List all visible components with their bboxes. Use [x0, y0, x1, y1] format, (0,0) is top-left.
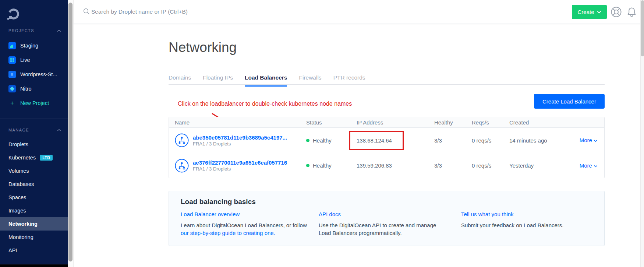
column-header-status: Status — [306, 119, 357, 126]
basics-text: Use the DigitalOcean API to create and m… — [319, 221, 446, 237]
reqs-value: 0 reqs/s — [472, 162, 509, 169]
sidebar-item-monitoring[interactable]: Monitoring — [0, 231, 68, 244]
load-balancer-region: FRA1 / 3 Droplets — [193, 166, 287, 172]
load-balancer-name-link[interactable]: abe350e05781d11e9b3689a5c4197... — [193, 134, 287, 141]
step-by-step-guide-link[interactable]: our step-by-step guide to creating one. — [181, 230, 275, 236]
tab-firewalls[interactable]: Firewalls — [299, 74, 321, 87]
sidebar-item-label: Volumes — [8, 168, 29, 174]
sidebar-item-databases[interactable]: Databases — [0, 178, 68, 191]
ip-address-value: 139.59.206.83 — [357, 162, 434, 169]
sidebar-item-label: Spaces — [8, 194, 26, 200]
sidebar-item-wordpress[interactable]: Wordpress-St... — [0, 67, 68, 81]
chevron-down-icon — [594, 165, 598, 168]
search-input[interactable] — [91, 5, 349, 18]
notifications-bell-icon[interactable] — [626, 6, 638, 18]
new-project-label: New Project — [20, 100, 49, 106]
projects-header-label: PROJECTS — [8, 28, 34, 33]
sidebar-scrollbar-thumb[interactable] — [68, 3, 72, 261]
tab-load-balancers[interactable]: Load Balancers — [245, 74, 287, 87]
manage-list: Droplets Kubernetes LTD Volumes Database… — [0, 138, 68, 257]
sidebar-item-api[interactable]: API — [0, 244, 68, 257]
sidebar-item-staging[interactable]: Staging — [0, 38, 68, 53]
status-value: Healthy — [313, 137, 332, 144]
manage-header-label: MANAGE — [8, 128, 29, 132]
main-area: Create Networking Domains Floating IPs L… — [74, 0, 640, 267]
tab-ptr-records[interactable]: PTR records — [333, 74, 365, 87]
load-balancer-icon — [175, 133, 189, 147]
sidebar-item-droplets[interactable]: Droplets — [0, 138, 68, 151]
chevron-down-icon — [594, 140, 598, 142]
healthy-count-value: 3/3 — [434, 162, 472, 169]
column-header-name: Name — [169, 119, 306, 126]
column-header-healthy: Healthy — [434, 119, 472, 126]
sidebar-item-nitro[interactable]: Nitro — [0, 81, 68, 96]
sidebar-scrollbar[interactable] — [68, 0, 74, 267]
sidebar-item-label: Staging — [20, 43, 38, 49]
sidebar-item-kubernetes[interactable]: Kubernetes LTD — [0, 151, 68, 164]
load-balancer-icon — [175, 159, 189, 173]
topbar: Create — [74, 0, 640, 24]
sidebar-item-networking[interactable]: Networking — [0, 217, 68, 231]
sidebar-item-label: Images — [8, 208, 26, 214]
sidebar-item-label: Nitro — [20, 86, 32, 92]
networking-tabs: Domains Floating IPs Load Balancers Fire… — [169, 74, 365, 87]
sidebar-item-new-project[interactable]: + New Project — [0, 96, 68, 110]
page-scrollbar[interactable] — [640, 0, 644, 267]
nitro-project-icon — [8, 85, 16, 92]
create-load-balancer-button[interactable]: Create Load Balancer — [534, 94, 605, 109]
status-value: Healthy — [313, 162, 332, 169]
sidebar-item-label: Databases — [8, 181, 34, 187]
more-menu-button[interactable]: More — [580, 162, 598, 169]
sidebar-item-live[interactable]: Live — [0, 53, 68, 67]
load-balancer-overview-link[interactable]: Load Balancer overview — [181, 211, 240, 217]
ip-address-value: 138.68.124.64 — [357, 137, 434, 144]
basics-text: Submit your feedback on Load Balancers. — [461, 221, 597, 229]
healthy-count-value: 3/3 — [434, 137, 472, 144]
api-docs-link[interactable]: API docs — [319, 211, 341, 217]
sidebar-item-label: Live — [20, 57, 30, 63]
sidebar-bottom-strip — [0, 264, 68, 267]
plus-icon: + — [8, 99, 16, 107]
healthy-status-dot — [306, 139, 309, 142]
sidebar-item-label: Monitoring — [8, 234, 33, 240]
sidebar-item-label: Kubernetes — [8, 155, 36, 161]
load-balancers-table: Name Status IP Address Healthy Reqs/s Cr… — [169, 117, 605, 178]
column-header-ip: IP Address — [357, 119, 434, 126]
annotation-text: Click on the loadbalancer to double-chec… — [178, 101, 352, 107]
feedback-link[interactable]: Tell us what you think — [461, 211, 514, 217]
more-menu-button[interactable]: More — [580, 137, 598, 143]
digitalocean-logo[interactable] — [7, 7, 21, 21]
tabs-divider — [169, 84, 605, 85]
basics-title: Load balancing basics — [181, 198, 256, 206]
create-button-label: Create — [577, 9, 594, 15]
sidebar-item-label: Wordpress-St... — [20, 71, 57, 77]
healthy-status-dot — [306, 164, 309, 167]
help-icon[interactable] — [610, 6, 622, 18]
sidebar-item-volumes[interactable]: Volumes — [0, 164, 68, 178]
column-header-reqs: Reqs/s — [472, 119, 509, 126]
table-row[interactable]: abe350e05781d11e9b3689a5c4197... FRA1 / … — [169, 128, 604, 153]
manage-section-header: MANAGE — [8, 127, 61, 133]
sidebar-divider — [0, 119, 68, 119]
tab-floating-ips[interactable]: Floating IPs — [203, 74, 233, 87]
projects-list: Staging Live Wordpress-St... Nitro — [0, 38, 68, 110]
sidebar-item-images[interactable]: Images — [0, 204, 68, 217]
wordpress-project-icon — [8, 71, 16, 78]
manage-collapse-icon[interactable] — [57, 129, 61, 131]
sidebar-item-spaces[interactable]: Spaces — [0, 191, 68, 204]
sidebar-item-label: API — [8, 247, 17, 253]
projects-collapse-icon[interactable] — [57, 29, 61, 32]
chevron-down-icon — [597, 11, 601, 14]
page-scrollbar-thumb[interactable] — [641, 0, 644, 56]
table-header-row: Name Status IP Address Healthy Reqs/s Cr… — [169, 117, 604, 128]
sidebar-item-label: Networking — [8, 221, 38, 227]
tab-domains[interactable]: Domains — [169, 74, 191, 87]
table-row[interactable]: ae376ff22770011e9a651e6eaf057716 FRA1 / … — [169, 153, 604, 178]
staging-project-icon — [8, 42, 16, 49]
basics-text: Learn about DigitalOcean Load Balancers,… — [181, 222, 307, 228]
created-value: Yesterday — [509, 162, 576, 169]
load-balancer-name-link[interactable]: ae376ff22770011e9a651e6eaf057716 — [193, 159, 287, 166]
load-balancer-region: FRA1 / 3 Droplets — [193, 141, 287, 147]
create-button[interactable]: Create — [572, 5, 607, 19]
projects-section-header: PROJECTS — [8, 28, 61, 33]
